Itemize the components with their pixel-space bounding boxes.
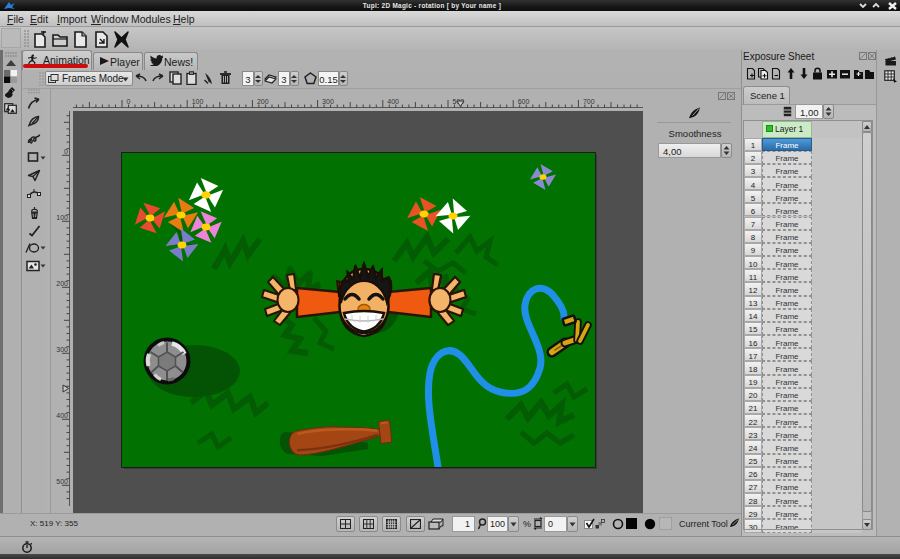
svg-text:500: 500 xyxy=(56,478,68,485)
svg-text:200: 200 xyxy=(257,98,269,105)
svg-text:300: 300 xyxy=(56,346,68,353)
svg-text:300: 300 xyxy=(322,98,334,105)
svg-text:0: 0 xyxy=(64,148,68,155)
svg-text:100: 100 xyxy=(56,214,68,221)
svg-text:700: 700 xyxy=(583,98,595,105)
svg-text:400: 400 xyxy=(56,412,68,419)
svg-text:0: 0 xyxy=(127,98,131,105)
svg-text:400: 400 xyxy=(387,98,399,105)
svg-text:100: 100 xyxy=(192,98,204,105)
svg-text:600: 600 xyxy=(518,98,530,105)
svg-text:200: 200 xyxy=(56,280,68,287)
